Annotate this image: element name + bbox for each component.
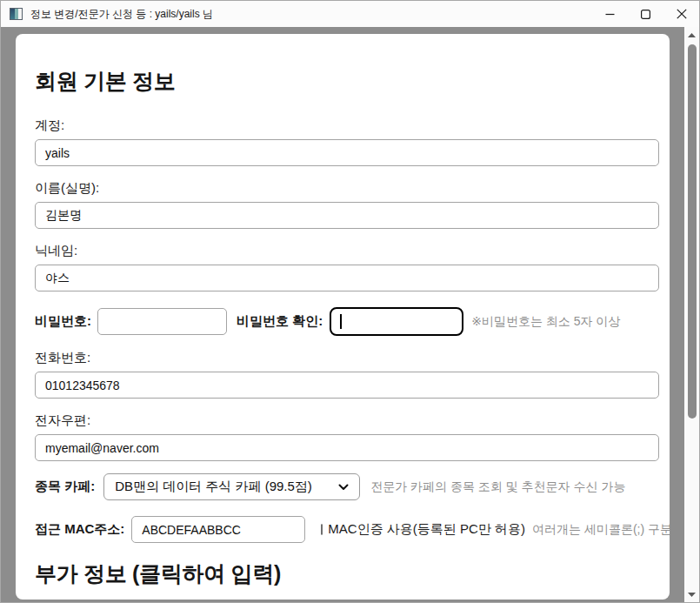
cafe-select[interactable]: DB맨의 데이터 주식 카페 (99.5점) (103, 473, 360, 500)
scroll-down-arrow-icon[interactable] (684, 588, 699, 600)
cafe-selected-option: DB맨의 데이터 주식 카페 (99.5점) (115, 479, 312, 495)
scrollbar[interactable] (684, 27, 699, 602)
account-input[interactable] (35, 139, 659, 166)
cafe-hint: 전문가 카페의 종목 조회 및 추천문자 수신 가능 (370, 479, 625, 495)
phone-input[interactable] (35, 372, 659, 399)
minimize-icon (605, 10, 615, 19)
section-title-basic-info: 회원 기본 정보 (35, 69, 664, 94)
minimize-button[interactable] (592, 1, 628, 27)
password-confirm-label: 비밀번호 확인: (237, 313, 323, 330)
mac-row: 접근 MAC주소: MAC인증 사용(등록된 PC만 허용) 여러개는 세미콜론… (35, 516, 664, 543)
nickname-field-group: 닉네임: (35, 243, 664, 291)
password-row: 비밀번호: 비밀번호 확인: ※비밀번호는 최소 5자 이상 (35, 307, 664, 336)
password-hint: ※비밀번호는 최소 5자 이상 (471, 314, 620, 330)
email-label: 전자우편: (35, 412, 664, 428)
email-input[interactable] (35, 434, 659, 461)
realname-label: 이름(실명): (35, 180, 664, 196)
phone-field-group: 전화번호: (35, 350, 664, 399)
mac-hint: 여러개는 세미콜론(;) 구분 (532, 522, 670, 538)
password-confirm-input[interactable] (330, 307, 463, 336)
cafe-row: 종목 카페: DB맨의 데이터 주식 카페 (99.5점) 전문가 카페의 종목… (35, 473, 664, 500)
window-icon (10, 8, 23, 20)
mac-auth-checkbox-label: MAC인증 사용(등록된 PC만 허용) (328, 521, 525, 538)
realname-input[interactable] (35, 202, 659, 229)
password-label: 비밀번호: (35, 313, 91, 330)
nickname-label: 닉네임: (35, 243, 664, 258)
mac-address-input[interactable] (131, 516, 305, 543)
mac-label: 접근 MAC주소: (35, 521, 124, 538)
form-panel: 회원 기본 정보 계정: 이름(실명): 닉네임: 비밀번호: 비밀번호 확인: (16, 34, 670, 600)
dialog-content: 회원 기본 정보 계정: 이름(실명): 닉네임: 비밀번호: 비밀번호 확인: (1, 27, 699, 602)
text-caret (340, 314, 342, 329)
scroll-up-arrow-icon[interactable] (684, 29, 699, 41)
email-field-group: 전자우편: (35, 412, 664, 461)
phone-label: 전화번호: (35, 350, 664, 365)
title-bar: 정보 변경/전문가 신청 등 : yails/yails 님 (1, 1, 699, 27)
account-field-group: 계정: (35, 117, 664, 166)
password-input[interactable] (97, 308, 227, 335)
cafe-label: 종목 카페: (35, 479, 95, 495)
chevron-down-icon (338, 484, 349, 491)
section-title-extra-info[interactable]: 부가 정보 (클릭하여 입력) (35, 561, 664, 586)
mac-auth-checkbox[interactable] (321, 524, 323, 535)
close-button[interactable] (663, 1, 699, 27)
maximize-icon (641, 10, 650, 19)
account-label: 계정: (35, 117, 664, 133)
close-icon (677, 9, 687, 19)
scrollbar-thumb[interactable] (688, 44, 697, 419)
window-title: 정보 변경/전문가 신청 등 : yails/yails 님 (30, 7, 213, 22)
nickname-input[interactable] (35, 265, 659, 291)
realname-field-group: 이름(실명): (35, 180, 664, 229)
dialog-window: 정보 변경/전문가 신청 등 : yails/yails 님 회원 기본 정보 … (0, 0, 700, 603)
maximize-button[interactable] (628, 1, 663, 27)
